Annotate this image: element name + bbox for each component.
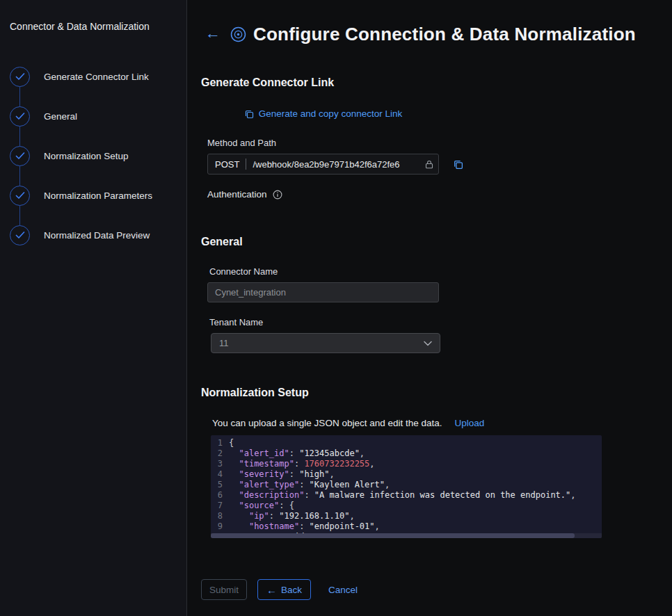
- step-label: Normalization Parameters: [44, 191, 152, 201]
- code-text: "alert_id": "12345abcde",: [229, 448, 365, 459]
- line-number: 1: [211, 438, 229, 448]
- step-label: Normalized Data Preview: [44, 230, 150, 241]
- copy-icon: [244, 109, 254, 119]
- code-line: 6 "description": "A malware infection wa…: [211, 490, 602, 501]
- step-generate-connector-link[interactable]: Generate Connector Link: [10, 57, 175, 97]
- method-path-row: POST /webhook/8ea2b9e7971b42f6a72fe6: [207, 154, 658, 175]
- line-number: 4: [211, 469, 229, 480]
- code-line: 1{: [211, 438, 602, 448]
- upload-hint-row: You can upload a single JSON object and …: [212, 418, 658, 428]
- main-content: ← Configure Connection & Data Normalizat…: [187, 0, 672, 616]
- page-header: ← Configure Connection & Data Normalizat…: [205, 21, 658, 47]
- upload-hint-text: You can upload a single JSON object and …: [212, 418, 442, 428]
- app-logo-icon: [230, 26, 246, 42]
- method-path-label: Method and Path: [207, 138, 658, 148]
- authentication-label: Authentication: [207, 189, 267, 200]
- generate-copy-link[interactable]: Generate and copy connector Link: [207, 108, 439, 119]
- http-method: POST: [215, 159, 239, 170]
- code-line: 4 "severity": "high",: [211, 469, 602, 480]
- page-title: Configure Connection & Data Normalizatio…: [253, 24, 636, 45]
- code-text: "timestamp": 1760732232255,: [229, 459, 375, 469]
- step-label: Generate Connector Link: [44, 72, 149, 82]
- line-number: 3: [211, 459, 229, 469]
- code-line: 5 "alert_type": "Kayleen Alert",: [211, 480, 602, 490]
- cancel-link[interactable]: Cancel: [328, 585, 358, 595]
- step-normalization-setup[interactable]: Normalization Setup: [10, 136, 175, 176]
- back-button-label: Back: [281, 585, 302, 595]
- authentication-row: Authentication: [207, 189, 658, 200]
- json-editor-code: 1{2 "alert_id": "12345abcde",3 "timestam…: [211, 438, 602, 538]
- step-normalization-parameters[interactable]: Normalization Parameters: [10, 176, 175, 216]
- back-button[interactable]: ← Back: [257, 579, 311, 600]
- step-label: General: [44, 111, 77, 122]
- copy-icon: [453, 159, 463, 170]
- line-number: 6: [211, 490, 229, 501]
- code-text: "ip": "192.168.1.10",: [229, 511, 355, 521]
- code-line: 2 "alert_id": "12345abcde",: [211, 448, 602, 459]
- code-text: {: [229, 438, 234, 448]
- code-text: "hostname": "endpoint-01",: [229, 521, 380, 532]
- connector-name-input[interactable]: [207, 282, 439, 302]
- lock-icon: [425, 160, 433, 169]
- webhook-path: /webhook/8ea2b9e7971b42f6a72fe6: [253, 159, 425, 170]
- general-heading: General: [201, 236, 658, 248]
- upload-link[interactable]: Upload: [455, 418, 485, 428]
- step-complete-icon: [10, 225, 30, 245]
- horizontal-scrollbar[interactable]: [211, 533, 602, 538]
- code-line: 8 "ip": "192.168.1.10",: [211, 511, 602, 521]
- line-number: 9: [211, 521, 229, 532]
- back-arrow-icon: ←: [266, 585, 277, 595]
- submit-button[interactable]: Submit: [201, 579, 247, 600]
- step-complete-icon: [10, 146, 30, 166]
- back-arrow-icon[interactable]: ←: [205, 26, 223, 42]
- method-path-field: POST /webhook/8ea2b9e7971b42f6a72fe6: [207, 154, 439, 175]
- code-text: "severity": "high",: [229, 469, 335, 480]
- stepper-sidebar: Connector & Data Normalization Generate …: [0, 0, 187, 616]
- info-icon[interactable]: [273, 190, 282, 200]
- tenant-name-label: Tenant Name: [209, 317, 658, 327]
- app-window: Connector & Data Normalization Generate …: [0, 0, 672, 616]
- code-line: 7 "source": {: [211, 501, 602, 511]
- chevron-down-icon: [424, 341, 432, 346]
- scrollbar-thumb[interactable]: [211, 533, 575, 538]
- sidebar-title: Connector & Data Normalization: [10, 21, 175, 32]
- step-complete-icon: [10, 186, 30, 206]
- code-text: "alert_type": "Kayleen Alert",: [229, 480, 390, 490]
- step-label: Normalization Setup: [44, 151, 129, 161]
- step-general[interactable]: General: [10, 97, 175, 136]
- tenant-name-value: 11: [219, 338, 229, 348]
- step-complete-icon: [10, 67, 30, 87]
- footer-actions: Submit ← Back Cancel: [201, 579, 658, 600]
- connector-name-label: Connector Name: [209, 266, 658, 277]
- generate-copy-link-label: Generate and copy connector Link: [259, 108, 402, 119]
- divider: [246, 159, 246, 170]
- stepper: Generate Connector Link General Normaliz…: [10, 57, 175, 255]
- step-complete-icon: [10, 106, 30, 127]
- code-text: "source": {: [229, 501, 294, 511]
- normalization-setup-heading: Normalization Setup: [201, 387, 658, 399]
- code-line: 3 "timestamp": 1760732232255,: [211, 459, 602, 469]
- copy-path-button[interactable]: [453, 159, 463, 170]
- line-number: 2: [211, 448, 229, 459]
- json-editor[interactable]: 1{2 "alert_id": "12345abcde",3 "timestam…: [211, 435, 602, 538]
- step-normalized-data-preview[interactable]: Normalized Data Preview: [10, 216, 175, 255]
- line-number: 7: [211, 501, 229, 511]
- code-text: "description": "A malware infection was …: [229, 490, 576, 501]
- code-line: 9 "hostname": "endpoint-01",: [211, 521, 602, 532]
- line-number: 5: [211, 480, 229, 490]
- line-number: 8: [211, 511, 229, 521]
- generate-link-heading: Generate Connector Link: [201, 76, 658, 89]
- tenant-name-select[interactable]: 11: [211, 333, 440, 353]
